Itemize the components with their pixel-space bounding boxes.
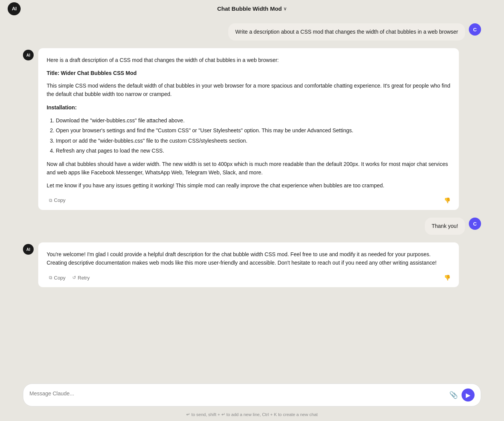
user-message-1: Write a description about a CSS mod that… (23, 23, 481, 41)
ai-outro1-1: Now all chat bubbles should have a wider… (47, 160, 450, 177)
copy-button-2[interactable]: ⧉ Copy (47, 274, 68, 282)
thumbs-container-1: 👎 (444, 196, 450, 205)
retry-button[interactable]: ↺ Retry (70, 274, 92, 282)
ai-intro-1: Here is a draft description of a CSS mod… (47, 56, 450, 64)
user-avatar-2: C (469, 218, 481, 230)
attach-icon: 📎 (449, 391, 458, 399)
user-bubble-2: Thank you! (425, 218, 465, 235)
copy-icon-2: ⧉ (49, 275, 52, 280)
retry-icon: ↺ (72, 275, 76, 280)
ai-avatar-2: AI (23, 244, 34, 255)
chat-area: Write a description about a CSS mod that… (0, 17, 504, 379)
send-button[interactable]: ▶ (462, 388, 475, 401)
input-area: 📎 ▶ (0, 379, 504, 410)
ai-bubble-2: You're welcome! I'm glad I could provide… (38, 242, 459, 287)
thumbs-down-icon-1[interactable]: 👎 (444, 197, 450, 203)
step-1: Download the "wider-bubbles.css" file at… (56, 116, 450, 125)
footer-hint: ↵ to send, shift + ↵ to add a new line, … (0, 410, 504, 421)
installation-steps: Download the "wider-bubbles.css" file at… (56, 116, 450, 155)
ai-body-1: This simple CSS mod widens the default w… (47, 81, 450, 99)
app-logo: AI (8, 2, 21, 15)
ai-title-1: Title: Wider Chat Bubbles CSS Mod (47, 69, 450, 77)
conversation-title: Chat Bubble Width Mod (217, 5, 282, 12)
attach-button[interactable]: 📎 (449, 391, 458, 399)
message-input[interactable] (29, 390, 445, 400)
message-actions-2: ⧉ Copy ↺ Retry 👎 (47, 271, 450, 282)
step-4: Refresh any chat pages to load the new C… (56, 146, 450, 155)
input-wrapper: 📎 ▶ (23, 384, 481, 406)
actions-left-2: ⧉ Copy ↺ Retry (47, 274, 92, 282)
user-bubble-1: Write a description about a CSS mod that… (228, 23, 465, 41)
send-icon: ▶ (466, 392, 470, 399)
copy-icon-1: ⧉ (49, 198, 52, 203)
ai-bubble-1: Here is a draft description of a CSS mod… (38, 48, 459, 210)
copy-button-1[interactable]: ⧉ Copy (47, 196, 68, 204)
step-2: Open your browser's settings and find th… (56, 126, 450, 135)
ai-body-2: You're welcome! I'm glad I could provide… (47, 250, 450, 267)
step-3: Import or add the "wider-bubbles.css" fi… (56, 137, 450, 145)
user-message-2: Thank you! C (23, 218, 481, 235)
thumbs-down-icon-2[interactable]: 👎 (444, 275, 450, 281)
header: AI Chat Bubble Width Mod ∨ (0, 0, 504, 17)
message-actions-1: ⧉ Copy 👎 (47, 194, 450, 205)
ai-message-1: AI Here is a draft description of a CSS … (23, 48, 481, 210)
user-avatar: C (469, 23, 481, 36)
chevron-down-icon: ∨ (283, 6, 287, 11)
actions-left-1: ⧉ Copy (47, 196, 68, 204)
installation-label: Installation: (47, 103, 450, 112)
ai-message-2: AI You're welcome! I'm glad I could prov… (23, 242, 481, 287)
thumbs-container-2: 👎 (444, 273, 450, 282)
header-title[interactable]: Chat Bubble Width Mod ∨ (217, 5, 287, 12)
ai-avatar-1: AI (23, 50, 34, 60)
ai-outro2-1: Let me know if you have any issues getti… (47, 181, 450, 190)
